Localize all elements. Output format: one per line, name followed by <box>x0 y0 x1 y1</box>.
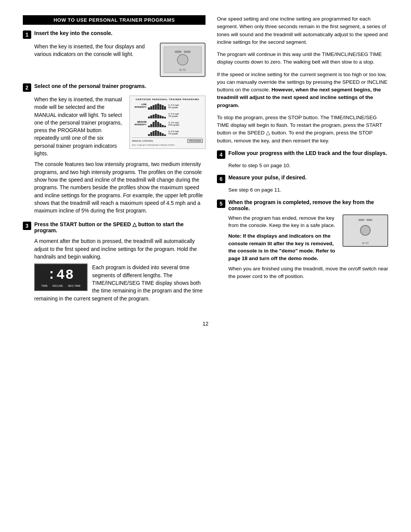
right-para-4: To stop the program, press the STOP butt… <box>217 114 388 145</box>
step-1-body: IA TO When the key is inserted, the four… <box>34 43 206 79</box>
step-5-note-text: Note: If the displays and indicators on … <box>228 233 335 261</box>
step-4-body: Refer to step 5 on page 10. <box>228 162 388 169</box>
step-4-title: Follow your progress with the LED track … <box>228 150 387 156</box>
step-4: 4 Follow your progress with the LED trac… <box>217 150 388 159</box>
page-number: 12 <box>23 321 388 327</box>
timer-label-time: TIME <box>41 284 48 287</box>
pp-key-text: KEY 2 SELECT PROGRAM 3 PRESS START <box>132 144 203 146</box>
right-para-1: One speed setting and one incline settin… <box>217 15 388 46</box>
step-5-text-2: When you are finished using the treadmil… <box>228 265 388 280</box>
pp-program-btn: PROGRAM <box>187 139 203 143</box>
step-2-body: CERTIFIED PERSONAL TRAINER PROGRAMS LOWI… <box>34 96 206 217</box>
left-column: HOW TO USE PERSONAL TRAINER PROGRAMS 1 I… <box>23 15 206 309</box>
step-5-body: IA TO When the program has ended, remove… <box>228 214 388 283</box>
step-6: 6 Measure your pulse, if desired. <box>217 174 388 183</box>
step-6-body: See step 6 on page 11. <box>228 186 388 194</box>
step-6-number: 6 <box>217 175 225 183</box>
timer-label-incline: INCLINE <box>53 284 63 287</box>
timer-digits: :48 <box>39 267 83 283</box>
step-2: 2 Select one of the personal trainer pro… <box>23 83 206 92</box>
pp-title: CERTIFIED PERSONAL TRAINER PROGRAMS <box>132 98 203 101</box>
pp-manual: MANUAL CONTROL <box>132 140 153 142</box>
step-2-text-2: The console features two low intensity p… <box>34 160 206 214</box>
step-3-number: 3 <box>23 222 31 230</box>
program-panel-image: CERTIFIED PERSONAL TRAINER PROGRAMS LOWI… <box>129 96 206 149</box>
section-title: HOW TO USE PERSONAL TRAINER PROGRAMS <box>54 17 175 23</box>
step-3-title: Press the START button or the SPEED △ bu… <box>34 221 206 233</box>
step-3-text-1: A moment after the button is pressed, th… <box>34 237 206 260</box>
step-5: 5 When the program is completed, remove … <box>217 199 388 211</box>
step-5-number: 5 <box>217 200 225 208</box>
step-2-number: 2 <box>23 83 31 92</box>
page: HOW TO USE PERSONAL TRAINER PROGRAMS 1 I… <box>0 0 411 532</box>
step-5-title: When the program is completed, remove th… <box>228 199 388 211</box>
timer-label-seg-time: SEG.TIME <box>68 284 80 287</box>
step-1: 1 Insert the key into the console. <box>23 30 206 39</box>
right-column: One speed setting and one incline settin… <box>217 15 388 309</box>
step-6-text: See step 6 on page 11. <box>228 186 388 194</box>
right-para-2: The program will continue in this way un… <box>217 51 388 66</box>
section-header: HOW TO USE PERSONAL TRAINER PROGRAMS <box>23 15 206 25</box>
step-1-number: 1 <box>23 30 31 39</box>
step-4-text: Refer to step 5 on page 10. <box>228 162 388 169</box>
step-6-title: Measure your pulse, if desired. <box>228 174 306 181</box>
step-3: 3 Press the START button or the SPEED △ … <box>23 221 206 233</box>
console-image-2: IA TO <box>342 214 388 247</box>
console-image-1: IA TO <box>160 43 206 77</box>
step-4-number: 4 <box>217 150 225 159</box>
step-3-body: A moment after the button is pressed, th… <box>34 237 206 305</box>
step-1-title: Insert the key into the console. <box>34 30 112 36</box>
timer-display: :48 TIME INCLINE SEG.TIME <box>34 264 88 291</box>
step-2-title: Select one of the personal trainer progr… <box>34 83 146 89</box>
right-para-3: If the speed or incline setting for the … <box>217 71 388 109</box>
